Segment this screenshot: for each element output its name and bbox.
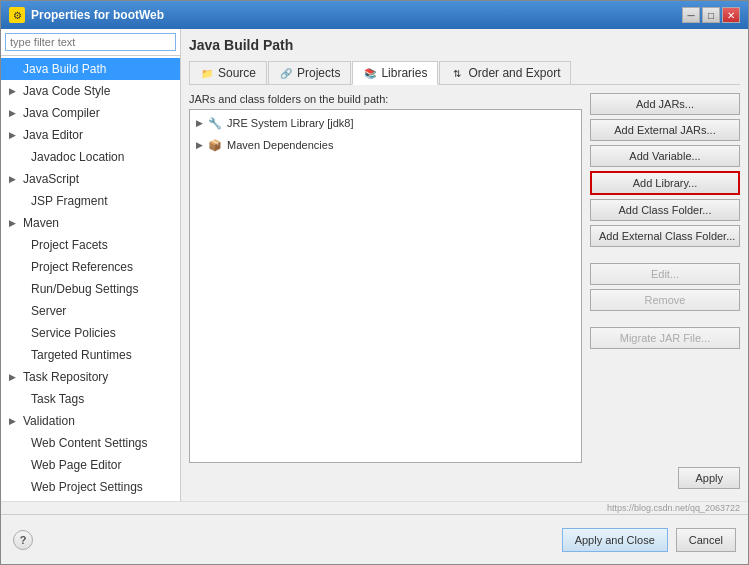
tab-projects[interactable]: 🔗 Projects xyxy=(268,61,351,84)
maven-icon: 📦 xyxy=(207,137,223,153)
panel-title: Java Build Path xyxy=(189,37,740,53)
tab-libraries[interactable]: 📚 Libraries xyxy=(352,61,438,85)
cancel-button[interactable]: Cancel xyxy=(676,528,736,552)
close-button[interactable]: ✕ xyxy=(722,7,740,23)
sidebar-item-task-repository[interactable]: ▶ Task Repository xyxy=(1,366,180,388)
sidebar-list: Java Build Path ▶ Java Code Style ▶ Java… xyxy=(1,56,180,501)
sidebar-item-server[interactable]: Server xyxy=(1,300,180,322)
tree-arrow: ▶ xyxy=(9,170,19,188)
sidebar: Java Build Path ▶ Java Code Style ▶ Java… xyxy=(1,29,181,501)
remove-button[interactable]: Remove xyxy=(590,289,740,311)
sidebar-item-service-policies[interactable]: Service Policies xyxy=(1,322,180,344)
sidebar-item-java-compiler[interactable]: ▶ Java Compiler xyxy=(1,102,180,124)
tab-order-export[interactable]: ⇅ Order and Export xyxy=(439,61,571,84)
sidebar-item-label: Javadoc Location xyxy=(31,148,124,166)
sidebar-item-label: Web Project Settings xyxy=(31,478,143,496)
sidebar-item-maven[interactable]: ▶ Maven xyxy=(1,212,180,234)
section-label: JARs and class folders on the build path… xyxy=(189,93,582,105)
content-area: JARs and class folders on the build path… xyxy=(189,93,740,463)
filter-box xyxy=(1,29,180,56)
sidebar-item-label: Task Repository xyxy=(23,368,108,386)
maven-label: Maven Dependencies xyxy=(227,136,333,154)
tree-arrow: ▶ xyxy=(9,82,19,100)
tree-arrow: ▶ xyxy=(9,412,19,430)
tree-arrow: ▶ xyxy=(9,104,19,122)
sidebar-item-label: Project References xyxy=(31,258,133,276)
titlebar-buttons: ─ □ ✕ xyxy=(682,7,740,23)
source-tab-icon: 📁 xyxy=(200,66,214,80)
edit-button[interactable]: Edit... xyxy=(590,263,740,285)
tab-source[interactable]: 📁 Source xyxy=(189,61,267,84)
watermark-bar: https://blog.csdn.net/qq_2063722 xyxy=(1,501,748,514)
maximize-button[interactable]: □ xyxy=(702,7,720,23)
sidebar-item-task-tags[interactable]: Task Tags xyxy=(1,388,180,410)
titlebar: ⚙ Properties for bootWeb ─ □ ✕ xyxy=(1,1,748,29)
minimize-button[interactable]: ─ xyxy=(682,7,700,23)
migrate-jar-button[interactable]: Migrate JAR File... xyxy=(590,327,740,349)
sidebar-item-java-code-style[interactable]: ▶ Java Code Style xyxy=(1,80,180,102)
add-jars-button[interactable]: Add JARs... xyxy=(590,93,740,115)
add-class-folder-button[interactable]: Add Class Folder... xyxy=(590,199,740,221)
sidebar-item-web-page-editor[interactable]: Web Page Editor xyxy=(1,454,180,476)
sidebar-item-targeted-runtimes[interactable]: Targeted Runtimes xyxy=(1,344,180,366)
sidebar-item-project-references[interactable]: Project References xyxy=(1,256,180,278)
sidebar-item-label: Java Build Path xyxy=(23,60,106,78)
sidebar-item-jsp-fragment[interactable]: JSP Fragment xyxy=(1,190,180,212)
bottom-left: ? xyxy=(13,530,33,550)
add-variable-button[interactable]: Add Variable... xyxy=(590,145,740,167)
sidebar-item-java-editor[interactable]: ▶ Java Editor xyxy=(1,124,180,146)
titlebar-left: ⚙ Properties for bootWeb xyxy=(9,7,164,23)
apply-and-close-button[interactable]: Apply and Close xyxy=(562,528,668,552)
sidebar-item-label: Service Policies xyxy=(31,324,116,342)
right-panel: Java Build Path 📁 Source 🔗 Projects 📚 Li… xyxy=(181,29,748,501)
sidebar-item-java-build-path[interactable]: Java Build Path xyxy=(1,58,180,80)
build-path-section: JARs and class folders on the build path… xyxy=(189,93,582,463)
tab-source-label: Source xyxy=(218,66,256,80)
sidebar-item-label: Run/Debug Settings xyxy=(31,280,138,298)
apply-row: Apply xyxy=(189,463,740,493)
sidebar-item-project-facets[interactable]: Project Facets xyxy=(1,234,180,256)
buttons-panel: Add JARs... Add External JARs... Add Var… xyxy=(590,93,740,463)
tab-libraries-label: Libraries xyxy=(381,66,427,80)
sidebar-item-label: Web Page Editor xyxy=(31,456,122,474)
sidebar-item-label: Project Facets xyxy=(31,236,108,254)
tree-arrow-jre: ▶ xyxy=(196,114,203,132)
sidebar-item-validation[interactable]: ▶ Validation xyxy=(1,410,180,432)
button-spacer xyxy=(590,251,740,259)
tree-node-maven[interactable]: ▶ 📦 Maven Dependencies xyxy=(192,134,579,156)
window-icon: ⚙ xyxy=(9,7,25,23)
sidebar-item-javadoc-location[interactable]: Javadoc Location xyxy=(1,146,180,168)
add-external-jars-button[interactable]: Add External JARs... xyxy=(590,119,740,141)
sidebar-item-label: Maven xyxy=(23,214,59,232)
main-content: Java Build Path ▶ Java Code Style ▶ Java… xyxy=(1,29,748,501)
tree-arrow-maven: ▶ xyxy=(196,136,203,154)
libraries-tab-icon: 📚 xyxy=(363,66,377,80)
sidebar-item-web-content-settings[interactable]: Web Content Settings xyxy=(1,432,180,454)
tab-order-export-label: Order and Export xyxy=(468,66,560,80)
projects-tab-icon: 🔗 xyxy=(279,66,293,80)
sidebar-item-label: Task Tags xyxy=(31,390,84,408)
properties-window: ⚙ Properties for bootWeb ─ □ ✕ Java Buil… xyxy=(0,0,749,565)
build-path-tree[interactable]: ▶ 🔧 JRE System Library [jdk8] ▶ 📦 Maven … xyxy=(189,109,582,463)
help-button[interactable]: ? xyxy=(13,530,33,550)
sidebar-item-label: JavaScript xyxy=(23,170,79,188)
button-spacer-2 xyxy=(590,315,740,323)
right-panel-inner: Java Build Path 📁 Source 🔗 Projects 📚 Li… xyxy=(189,37,740,493)
sidebar-item-label: Web Content Settings xyxy=(31,434,148,452)
sidebar-item-label: JSP Fragment xyxy=(31,192,107,210)
sidebar-item-run-debug-settings[interactable]: Run/Debug Settings xyxy=(1,278,180,300)
sidebar-item-web-project-settings[interactable]: Web Project Settings xyxy=(1,476,180,498)
sidebar-item-label: Validation xyxy=(23,412,75,430)
add-external-class-folder-button[interactable]: Add External Class Folder... xyxy=(590,225,740,247)
sidebar-item-javascript[interactable]: ▶ JavaScript xyxy=(1,168,180,190)
window-title: Properties for bootWeb xyxy=(31,8,164,22)
filter-input[interactable] xyxy=(5,33,176,51)
bottom-bar: ? Apply and Close Cancel xyxy=(1,514,748,564)
apply-button[interactable]: Apply xyxy=(678,467,740,489)
add-library-button[interactable]: Add Library... xyxy=(590,171,740,195)
sidebar-item-label: Server xyxy=(31,302,66,320)
sidebar-item-label: Java Code Style xyxy=(23,82,110,100)
tree-arrow: ▶ xyxy=(9,214,19,232)
jre-icon: 🔧 xyxy=(207,115,223,131)
tree-node-jre[interactable]: ▶ 🔧 JRE System Library [jdk8] xyxy=(192,112,579,134)
